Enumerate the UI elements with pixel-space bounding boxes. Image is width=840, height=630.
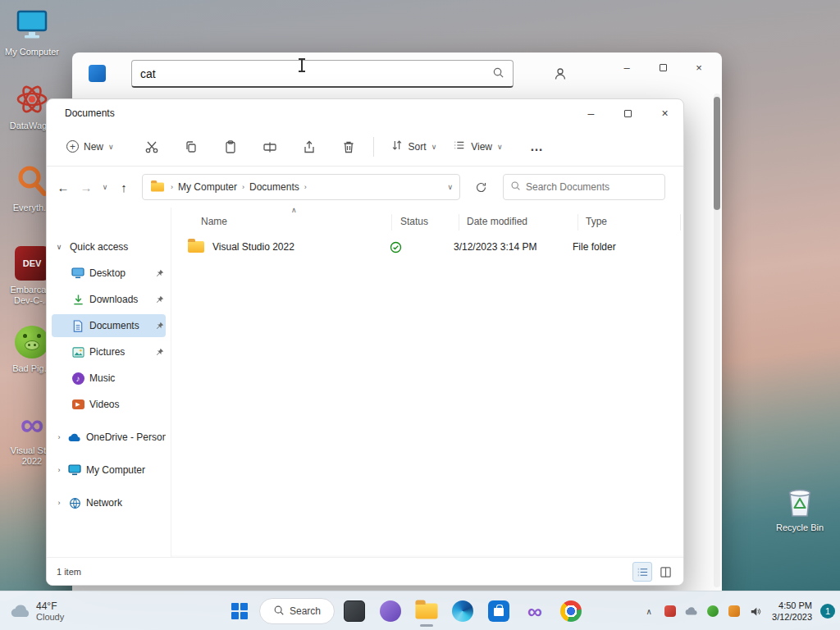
tray-icon-2[interactable] bbox=[682, 598, 701, 624]
hidden-icons-chevron[interactable]: ∧ bbox=[639, 598, 659, 624]
maximize-button[interactable] bbox=[609, 99, 646, 127]
desktop-icon-recycle-bin[interactable]: Recycle Bin bbox=[768, 482, 832, 533]
share-button[interactable] bbox=[294, 132, 324, 162]
bg-close-button[interactable]: × bbox=[681, 56, 717, 79]
start-button[interactable] bbox=[223, 595, 256, 628]
clock[interactable]: 4:50 PM 3/12/2023 bbox=[767, 600, 817, 623]
file-explorer-icon bbox=[416, 604, 438, 619]
sidebar-item-pictures[interactable]: Pictures bbox=[52, 340, 166, 363]
taskbar-file-explorer[interactable] bbox=[410, 595, 443, 628]
tray-red-icon bbox=[664, 605, 676, 617]
chevron-right-icon[interactable]: › bbox=[52, 466, 66, 474]
sort-icon bbox=[390, 139, 404, 154]
search-box[interactable] bbox=[503, 174, 665, 200]
close-button[interactable]: × bbox=[646, 99, 683, 127]
paste-button[interactable] bbox=[216, 132, 245, 162]
new-button-label: New bbox=[84, 141, 103, 153]
desktop-icon-my-computer[interactable]: My Computer bbox=[0, 7, 64, 57]
new-button[interactable]: + New ∨ bbox=[58, 133, 122, 161]
details-view-toggle[interactable] bbox=[632, 562, 652, 582]
view-button[interactable]: View ∨ bbox=[445, 133, 510, 161]
explorer-titlebar[interactable]: Documents – × bbox=[47, 99, 683, 127]
taskbar-store[interactable] bbox=[482, 595, 515, 628]
column-header-status[interactable]: Status bbox=[400, 216, 428, 227]
bg-search-box[interactable] bbox=[131, 60, 514, 88]
address-dropdown-chevron[interactable]: ∨ bbox=[447, 183, 453, 191]
chevron-right-icon: › bbox=[171, 183, 173, 191]
sidebar-item-music[interactable]: ♪ Music bbox=[52, 367, 166, 390]
up-button[interactable]: ↑ bbox=[112, 175, 135, 199]
sidebar-item-onedrive[interactable]: › OneDrive - Personal bbox=[52, 426, 166, 449]
bg-minimize-button[interactable]: – bbox=[609, 56, 645, 79]
sidebar-item-desktop[interactable]: Desktop bbox=[52, 262, 166, 285]
bg-app-icon bbox=[89, 65, 106, 82]
file-row-visual-studio-2022[interactable]: Visual Studio 2022 3/12/2023 3:14 PM Fil… bbox=[178, 235, 677, 258]
column-header-date-modified[interactable]: Date modified bbox=[467, 216, 527, 227]
sidebar-item-network[interactable]: › Network bbox=[52, 491, 166, 514]
file-name: Visual Studio 2022 bbox=[212, 241, 386, 253]
taskbar-chrome[interactable] bbox=[555, 595, 587, 628]
taskbar-app-purple[interactable] bbox=[374, 595, 407, 628]
chevron-down-icon[interactable]: ∨ bbox=[52, 243, 66, 251]
taskbar-search[interactable]: Search bbox=[259, 598, 335, 624]
file-type: File folder bbox=[573, 241, 616, 253]
command-bar: + New ∨ bbox=[47, 127, 683, 167]
rename-button[interactable] bbox=[255, 132, 285, 162]
sidebar-item-downloads[interactable]: Downloads bbox=[52, 288, 166, 311]
sidebar-item-label: Downloads bbox=[86, 294, 153, 305]
taskbar-search-label: Search bbox=[290, 605, 321, 617]
tray-green-icon bbox=[707, 605, 719, 617]
tray-icon-4[interactable] bbox=[724, 598, 744, 624]
sidebar-item-label: Desktop bbox=[86, 267, 153, 279]
plus-icon: + bbox=[66, 140, 79, 153]
tray-icon-3[interactable] bbox=[703, 598, 723, 624]
column-header-name[interactable]: Name bbox=[201, 216, 227, 227]
date: 3/12/2023 bbox=[772, 611, 812, 623]
explorer-window[interactable]: Documents – × + New ∨ bbox=[46, 98, 684, 586]
back-button[interactable]: ← bbox=[52, 175, 75, 199]
search-documents-input[interactable] bbox=[526, 181, 658, 193]
time: 4:50 PM bbox=[772, 600, 812, 611]
taskbar-edge[interactable] bbox=[446, 595, 479, 628]
taskbar-app-snipping[interactable] bbox=[338, 595, 371, 628]
breadcrumb-documents[interactable]: Documents bbox=[249, 181, 299, 193]
breadcrumb-my-computer[interactable]: My Computer bbox=[178, 181, 237, 193]
chevron-down-icon: ∨ bbox=[497, 143, 503, 151]
forward-button[interactable]: → bbox=[75, 175, 98, 199]
sidebar-item-my-computer[interactable]: › My Computer bbox=[52, 459, 166, 482]
more-options-button[interactable]: … bbox=[523, 132, 552, 162]
sidebar-item-quick-access[interactable]: ∨ Quick access bbox=[52, 235, 166, 258]
weather-temp: 44°F bbox=[36, 600, 64, 612]
sidebar-item-label: OneDrive - Personal bbox=[83, 431, 166, 443]
bg-maximize-button[interactable] bbox=[645, 56, 681, 79]
bg-vertical-scrollbar[interactable] bbox=[714, 94, 720, 587]
copy-button[interactable] bbox=[176, 132, 206, 162]
navigation-pane: ∨ Quick access Desktop Downloads bbox=[47, 208, 171, 557]
sort-button[interactable]: Sort ∨ bbox=[382, 133, 445, 161]
delete-button[interactable] bbox=[334, 132, 363, 162]
scrollbar-thumb[interactable] bbox=[714, 97, 720, 210]
large-icons-view-toggle[interactable] bbox=[655, 562, 675, 582]
address-bar[interactable]: › My Computer › Documents › ∨ bbox=[142, 174, 460, 200]
item-count: 1 item bbox=[57, 567, 81, 577]
tray-icon-1[interactable] bbox=[660, 598, 680, 624]
bg-search-input[interactable] bbox=[140, 67, 492, 80]
location-folder-icon bbox=[151, 182, 164, 191]
sidebar-item-videos[interactable]: ▶ Videos bbox=[52, 393, 166, 416]
taskbar-visual-studio[interactable]: ∞ bbox=[518, 595, 551, 628]
account-button[interactable] bbox=[548, 62, 573, 85]
column-header-type[interactable]: Type bbox=[586, 216, 607, 227]
file-date-modified: 3/12/2023 3:14 PM bbox=[454, 241, 573, 253]
navigation-bar: ← → ∨ ↑ › My Computer › Documents › ∨ bbox=[47, 167, 683, 208]
chevron-right-icon[interactable]: › bbox=[52, 499, 66, 507]
cut-button[interactable] bbox=[137, 132, 167, 162]
sidebar-item-documents[interactable]: Documents bbox=[52, 314, 166, 337]
volume-button[interactable] bbox=[746, 598, 765, 624]
more-icon: … bbox=[530, 139, 544, 154]
recent-locations-chevron[interactable]: ∨ bbox=[98, 183, 112, 191]
notification-badge[interactable]: 1 bbox=[820, 604, 835, 619]
weather-widget[interactable]: 44°F Cloudy bbox=[5, 596, 69, 627]
refresh-button[interactable] bbox=[468, 175, 493, 199]
minimize-button[interactable]: – bbox=[573, 99, 609, 127]
chevron-right-icon[interactable]: › bbox=[52, 433, 66, 441]
